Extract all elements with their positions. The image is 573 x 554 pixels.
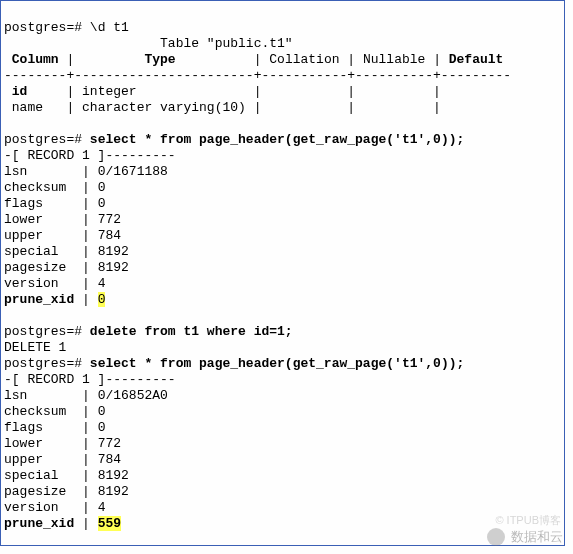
field-label: pagesize	[4, 260, 66, 275]
hdr-collation: Collation	[269, 52, 339, 67]
field-value: 8192	[98, 484, 129, 499]
prune-xid-value-1: 0	[98, 292, 106, 307]
cmd-delete: delete from t1 where id=1;	[90, 324, 293, 339]
terminal-output: postgres=# \d t1 Table "public.t1" Colum…	[0, 0, 565, 546]
prompt: postgres=#	[4, 132, 82, 147]
field-label: version	[4, 276, 59, 291]
field-value: 8192	[98, 260, 129, 275]
field-label: special	[4, 468, 59, 483]
table-title: Table "public.t1"	[160, 36, 293, 51]
prune-xid-label: prune_xid	[4, 516, 74, 531]
field-label: flags	[4, 420, 43, 435]
field-value: 8192	[98, 244, 129, 259]
field-value: 0/1671188	[98, 164, 168, 179]
record-header: -[ RECORD 1 ]---------	[4, 372, 176, 387]
field-label: checksum	[4, 180, 66, 195]
field-value: 4	[98, 500, 106, 515]
field-value: 8192	[98, 468, 129, 483]
hdr-nullable: Nullable	[363, 52, 425, 67]
prompt: postgres=#	[4, 324, 82, 339]
field-label: pagesize	[4, 484, 66, 499]
prune-xid-value-2: 559	[98, 516, 121, 531]
field-value: 784	[98, 228, 121, 243]
cmd-select-2: select * from page_header(get_raw_page('…	[90, 356, 464, 371]
field-label: flags	[4, 196, 43, 211]
field-value: 0/16852A0	[98, 388, 168, 403]
field-value: 0	[98, 420, 106, 435]
col-name-type: character varying(10)	[82, 100, 246, 115]
field-value: 784	[98, 452, 121, 467]
hdr-default: Default	[449, 52, 504, 67]
field-value: 0	[98, 180, 106, 195]
cmd-describe: \d t1	[90, 20, 129, 35]
field-label: version	[4, 500, 59, 515]
field-label: lower	[4, 212, 43, 227]
record-header: -[ RECORD 1 ]---------	[4, 148, 176, 163]
field-label: special	[4, 244, 59, 259]
prune-xid-label: prune_xid	[4, 292, 74, 307]
delete-result: DELETE 1	[4, 340, 66, 355]
field-value: 4	[98, 276, 106, 291]
field-value: 0	[98, 196, 106, 211]
hdr-type: Type	[144, 52, 175, 67]
prompt: postgres=#	[4, 356, 82, 371]
col-id: id	[12, 84, 28, 99]
field-label: checksum	[4, 404, 66, 419]
field-label: lower	[4, 436, 43, 451]
field-label: upper	[4, 452, 43, 467]
separator-line: --------+-----------------------+-------…	[4, 68, 511, 83]
field-value: 772	[98, 436, 121, 451]
hdr-column: Column	[12, 52, 59, 67]
cmd-select-1: select * from page_header(get_raw_page('…	[90, 132, 464, 147]
field-label: lsn	[4, 164, 27, 179]
field-label: upper	[4, 228, 43, 243]
field-value: 772	[98, 212, 121, 227]
field-label: lsn	[4, 388, 27, 403]
col-id-type: integer	[82, 84, 137, 99]
col-name: name	[12, 100, 43, 115]
prompt: postgres=#	[4, 20, 82, 35]
field-value: 0	[98, 404, 106, 419]
